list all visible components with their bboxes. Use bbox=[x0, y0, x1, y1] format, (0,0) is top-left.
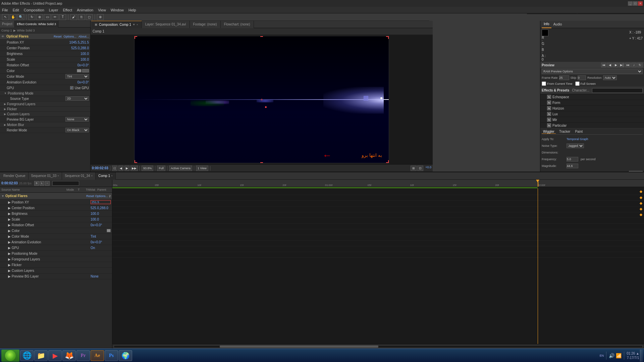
tl-tab-seq34[interactable]: Sequence 01_34 × bbox=[62, 172, 96, 180]
tl-layer-options[interactable]: Options... bbox=[95, 194, 108, 198]
vc-play[interactable]: ▶ bbox=[124, 166, 129, 171]
effect-about-btn[interactable]: About... bbox=[78, 35, 89, 38]
menu-layer[interactable]: Layer bbox=[49, 8, 58, 12]
tab-comp-close[interactable]: × bbox=[137, 23, 138, 26]
tool-brush[interactable]: 🖌 bbox=[70, 14, 77, 20]
taskbar-item-media[interactable]: ▶ bbox=[48, 350, 62, 361]
handle-bottom-mid[interactable] bbox=[260, 160, 263, 163]
tool-rect[interactable]: ▭ bbox=[44, 14, 51, 20]
tl-solo-btn[interactable]: S bbox=[34, 181, 39, 186]
close-btn[interactable]: ✕ bbox=[638, 1, 643, 6]
prop-brightness[interactable]: Brightness 100.0 bbox=[0, 51, 90, 57]
tl-tab-renderqueue[interactable]: Render Queue bbox=[1, 172, 29, 180]
prop-colormode-select[interactable]: Tint bbox=[65, 74, 89, 79]
section-foreground[interactable]: ▶ Foreground Layers bbox=[0, 102, 90, 107]
taskbar-network-icon[interactable]: 📶 bbox=[616, 353, 622, 358]
section-positioning[interactable]: ▼ Positioning Mode bbox=[0, 91, 90, 96]
prop-centerpos-val[interactable]: 525.0,288.0 bbox=[71, 46, 89, 50]
tool-clone[interactable]: ⎘ bbox=[78, 14, 85, 20]
tl-prop-previewbg[interactable]: ▶ Preview BG Layer None bbox=[0, 274, 112, 279]
vc-play-back[interactable]: ◀ bbox=[118, 166, 123, 171]
taskbar-item-ae[interactable]: Ae bbox=[91, 350, 104, 361]
tl-layer-expand[interactable]: ▼ bbox=[1, 194, 4, 198]
tab-footage[interactable]: Footage: (none) bbox=[190, 21, 221, 28]
tl-prop-scale[interactable]: ▶ Scale 100.0 bbox=[0, 217, 112, 222]
from-current-time-checkbox[interactable]: From Current Time bbox=[542, 81, 573, 86]
flare-center-dot[interactable] bbox=[380, 97, 382, 99]
prop-color-mode[interactable]: Color Mode Tint bbox=[0, 74, 90, 79]
pv-prev-btn[interactable]: ◀ bbox=[607, 63, 612, 67]
tab-comp-dropdown[interactable]: ▼ bbox=[132, 23, 135, 26]
tab-wiggler[interactable]: Wiggler bbox=[542, 130, 556, 134]
prop-position-xy[interactable]: Position XY 1045.5,251.5 bbox=[0, 40, 90, 45]
tl-layer-header[interactable]: ▼ Optical Flares Reset Options... 2 bbox=[0, 193, 112, 199]
tl-tab-seq33[interactable]: Sequence 01_33 × bbox=[29, 172, 62, 180]
tab-tracker[interactable]: Tracker bbox=[558, 130, 572, 134]
vc-grid-btn[interactable]: ⊞ bbox=[411, 166, 417, 171]
tool-select[interactable]: ↖ bbox=[2, 14, 9, 20]
menu-effect[interactable]: Effect bbox=[63, 8, 72, 12]
vc-frame-back[interactable]: ⟨⟨ bbox=[112, 166, 117, 171]
tab-composition[interactable]: ▣ Composition: Comp 1 ▼ × bbox=[91, 21, 142, 28]
start-button[interactable] bbox=[1, 350, 19, 362]
ram-preview-select[interactable]: RAM Preview Options bbox=[542, 69, 643, 74]
taskbar-item-premiere[interactable]: Pr bbox=[76, 350, 90, 361]
kf-diamond-0[interactable] bbox=[640, 190, 642, 193]
prop-rotation-val[interactable]: 0x+0.0° bbox=[77, 63, 89, 67]
full-screen-input[interactable] bbox=[575, 81, 580, 86]
kf-diamond-3[interactable] bbox=[640, 208, 642, 210]
tool-zoom[interactable]: 🔍 bbox=[17, 14, 24, 20]
tool-eraser[interactable]: ◻ bbox=[86, 14, 93, 20]
tl-prop-gpu[interactable]: ▶ GPU On bbox=[0, 245, 112, 251]
tl-tab-comp1[interactable]: Comp 1 × bbox=[96, 172, 116, 180]
tl-scrollbar-track[interactable] bbox=[114, 345, 643, 348]
menu-help[interactable]: Help bbox=[128, 8, 136, 12]
vc-safe-btn[interactable]: ⊡ bbox=[417, 166, 423, 171]
taskbar-clock[interactable]: 01:26 ▲ 7-17/7/1 bbox=[627, 351, 639, 360]
kf-diamond-2[interactable] bbox=[640, 202, 642, 205]
ep-item-form[interactable]: fx Form bbox=[540, 100, 644, 106]
tl-layer-reset[interactable]: Reset bbox=[86, 194, 94, 198]
ep-item-lux[interactable]: fx Lux bbox=[540, 111, 644, 117]
tool-pen[interactable]: ✏ bbox=[52, 14, 58, 20]
tool-anchor[interactable]: ⊕ bbox=[36, 14, 43, 20]
prop-color-eyedrop[interactable] bbox=[82, 69, 89, 72]
show-desktop-btn[interactable] bbox=[640, 350, 643, 362]
effect-options-btn[interactable]: Options... bbox=[63, 35, 76, 38]
minimize-btn[interactable]: _ bbox=[628, 1, 633, 6]
menu-composition[interactable]: Composition bbox=[24, 8, 44, 12]
tl-prop-animevo[interactable]: ▶ Animation Evolution 0x+0.0° bbox=[0, 239, 112, 245]
pv-first-btn[interactable]: ⏮ bbox=[601, 63, 606, 67]
tl-shy-btn[interactable]: ~ bbox=[45, 181, 50, 186]
prop-animevo-val[interactable]: 0x+0.0° bbox=[77, 80, 89, 84]
ep-item-particular[interactable]: fx Particular bbox=[540, 123, 644, 128]
tool-puppet[interactable]: ⊛ bbox=[97, 14, 104, 20]
tl-lock-btn[interactable]: L bbox=[40, 181, 44, 186]
tab-audio[interactable]: Audio bbox=[551, 21, 564, 28]
taskbar-item-firefox[interactable]: 🦊 bbox=[62, 350, 76, 361]
tl-prop-colormode[interactable]: ▶ Color Mode Tint bbox=[0, 234, 112, 239]
fr-input[interactable] bbox=[559, 75, 569, 80]
prop-sourcetype-select[interactable]: 2D bbox=[65, 96, 89, 101]
prop-gpu[interactable]: GPU ✓ Use GPU bbox=[0, 85, 90, 91]
handle-top-right[interactable] bbox=[386, 36, 389, 39]
pv-loop-btn[interactable]: ↻ bbox=[637, 63, 643, 67]
res-select[interactable]: Auto bbox=[603, 75, 617, 80]
kf-diamond-4[interactable] bbox=[640, 214, 642, 216]
from-current-time-input[interactable] bbox=[542, 81, 546, 86]
ep-character-tab[interactable]: Character... bbox=[572, 88, 589, 92]
tl-prop-flicker[interactable]: ▶ Flicker bbox=[0, 262, 112, 268]
tl-prop-color[interactable]: ▶ Color bbox=[0, 228, 112, 234]
effect-reset-btn[interactable]: Reset bbox=[54, 35, 62, 38]
tl-prop-brightness[interactable]: ▶ Brightness 100.0 bbox=[0, 211, 112, 217]
prop-scale[interactable]: Scale 100.0 bbox=[0, 57, 90, 62]
menu-view[interactable]: View bbox=[98, 8, 106, 12]
wig-noise-select[interactable]: Jagged bbox=[567, 143, 584, 148]
vc-quality[interactable]: Full bbox=[157, 166, 165, 171]
tool-text[interactable]: T bbox=[59, 14, 66, 20]
ep-item-echospace[interactable]: fx Echospace bbox=[540, 94, 644, 100]
prop-preview-bg[interactable]: Preview BG Layer None bbox=[0, 117, 90, 122]
tl-prop-custom[interactable]: ▶ Custom Layers bbox=[0, 268, 112, 274]
prop-posxy-val[interactable]: 1045.5,251.5 bbox=[69, 41, 89, 44]
prop-center-pos[interactable]: Center Position 525.0,288.0 bbox=[0, 45, 90, 51]
